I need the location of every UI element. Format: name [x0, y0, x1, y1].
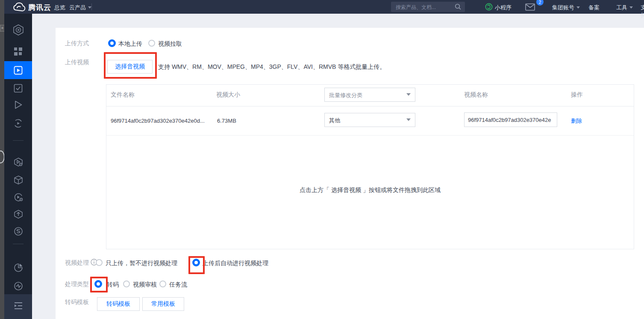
nav-cloud-products[interactable]: 云产品 [69, 4, 91, 12]
process-type-label: 处理类型 [65, 281, 89, 288]
play-triangle-icon[interactable] [14, 100, 24, 109]
brand-title[interactable]: 腾讯云 [28, 3, 51, 12]
overview-grid-icon[interactable] [14, 47, 23, 56]
mail-badge: 2 [536, 0, 544, 6]
tencent-cloud-logo-icon[interactable] [12, 2, 26, 14]
upload-method-label: 上传方式 [65, 40, 89, 47]
search-icon[interactable] [455, 3, 462, 12]
nav-overview[interactable]: 总览 [54, 4, 65, 12]
billing-s-circle-icon[interactable] [14, 227, 23, 236]
annotation-box-select-media [104, 52, 157, 79]
media-play-square-icon[interactable] [14, 66, 23, 75]
row-category-dropdown[interactable]: 其他 [324, 113, 415, 127]
clock-play-gear-icon[interactable] [14, 192, 23, 202]
table-header-divider [106, 106, 634, 106]
upload-file-table: 文件名称 视频大小 批量修改分类 视频名称 操作 96f9714af0c2b97… [106, 84, 634, 249]
search-box[interactable] [391, 2, 465, 12]
chevron-down-icon [406, 93, 411, 96]
search-input[interactable] [395, 2, 452, 13]
monitor-pulse-icon[interactable] [14, 281, 23, 291]
radio-transcode-label[interactable]: 转码 [107, 281, 119, 289]
table-row-divider [106, 135, 634, 136]
common-template-button[interactable]: 常用模板 [142, 297, 184, 311]
upload-video-label: 上传视频 [65, 59, 89, 66]
collapse-menu-icon[interactable] [14, 301, 23, 311]
radio-video-review-label[interactable]: 视频审核 [133, 281, 157, 289]
annotation-box-auto-process [188, 256, 205, 274]
account-group-menu[interactable]: 集团账号 [552, 4, 580, 12]
col-header-file-name: 文件名称 [111, 91, 135, 99]
vod-hexagon-play-icon[interactable] [13, 24, 22, 33]
nav-tools[interactable]: 工具 [616, 4, 633, 12]
upload-format-hint: 支持 WMV、RM、MOV、MPEG、MP4、3GP、FLV、AVI、RMVB … [158, 63, 385, 71]
mini-program-label[interactable]: 小程序 [495, 4, 512, 12]
sidebar-divider [13, 244, 24, 244]
transcode-template-label: 转码模板 [65, 298, 89, 306]
radio-upload-only[interactable] [96, 259, 103, 266]
radio-auto-process-label[interactable]: 上传后自动进行视频处理 [203, 260, 268, 267]
chevron-down-icon [406, 118, 411, 121]
radio-video-pull-label[interactable]: 视频拉取 [158, 40, 182, 48]
col-header-size: 视频大小 [216, 91, 240, 99]
left-edge-strip: + [0, 0, 4, 319]
batch-category-dropdown[interactable]: 批量修改分类 [324, 88, 415, 102]
nav-beian[interactable]: 备案 [588, 4, 600, 12]
annotation-box-transcode [90, 277, 108, 292]
col-header-video-name: 视频名称 [464, 91, 488, 99]
tencent-cloud-vod-upload-page: { "colors": { "accent": "#006eff", "anno… [0, 0, 644, 319]
sidebar-divider [13, 140, 24, 141]
col-header-action: 操作 [571, 91, 583, 99]
delete-link[interactable]: 删除 [571, 117, 582, 125]
radio-local-upload[interactable] [108, 39, 116, 47]
mini-program-icon[interactable] [485, 3, 493, 12]
stats-pie-icon[interactable] [14, 263, 23, 272]
radio-local-upload-label[interactable]: 本地上传 [118, 40, 142, 48]
radio-video-review[interactable] [123, 281, 130, 287]
cube-3d-icon[interactable] [14, 175, 23, 185]
task-play-gear-icon[interactable] [14, 157, 23, 167]
chevron-down-icon [576, 6, 580, 9]
radio-video-pull[interactable] [148, 40, 155, 47]
dropzone-hint: 点击上方「 选择音视频 」按钮或将文件拖拽到此区域 [106, 186, 634, 194]
video-name-input[interactable] [464, 112, 557, 127]
video-process-label: 视频处理 [65, 259, 89, 267]
radio-task-flow-label[interactable]: 任务流 [169, 281, 187, 289]
sidebar-nav [4, 14, 32, 319]
mail-icon[interactable] [525, 3, 535, 12]
cell-file-name: 96f9714af0c2b97ad302e370e42e0d... [111, 118, 205, 124]
navbar-divider [91, 3, 92, 10]
transcode-template-button[interactable]: 转码模板 [97, 297, 140, 311]
media-process-hexagon-icon[interactable] [14, 119, 23, 128]
radio-upload-only-label[interactable]: 只上传，暂不进行视频处理 [106, 260, 177, 267]
distribute-hexagon-arrow-icon[interactable] [14, 210, 23, 219]
nav-support[interactable]: 支持 [641, 4, 644, 19]
review-check-square-icon[interactable] [14, 84, 23, 93]
cell-size: 6.73MB [217, 118, 236, 124]
radio-task-flow[interactable] [159, 281, 166, 287]
chevron-down-icon [88, 6, 91, 9]
chevron-down-icon [629, 6, 633, 9]
top-navbar: 腾讯云 总览 云产品 小程序 2 集团账号 备案 工具 支持 [4, 0, 644, 14]
